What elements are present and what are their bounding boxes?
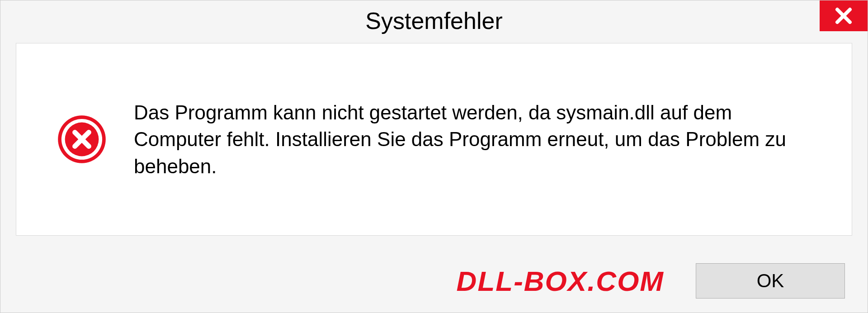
content-panel: Das Programm kann nicht gestartet werden… [16,43,852,236]
close-icon [834,6,853,25]
titlebar: Systemfehler [0,0,868,41]
error-dialog: Systemfehler Das Programm kann nicht ges… [0,0,868,313]
error-icon [57,114,107,164]
close-button[interactable] [820,0,868,31]
ok-button[interactable]: OK [696,263,845,299]
dialog-footer: DLL-BOX.COM OK [0,249,868,313]
error-message: Das Programm kann nicht gestartet werden… [134,99,825,180]
dialog-title: Systemfehler [365,7,502,34]
watermark-text: DLL-BOX.COM [457,265,664,297]
